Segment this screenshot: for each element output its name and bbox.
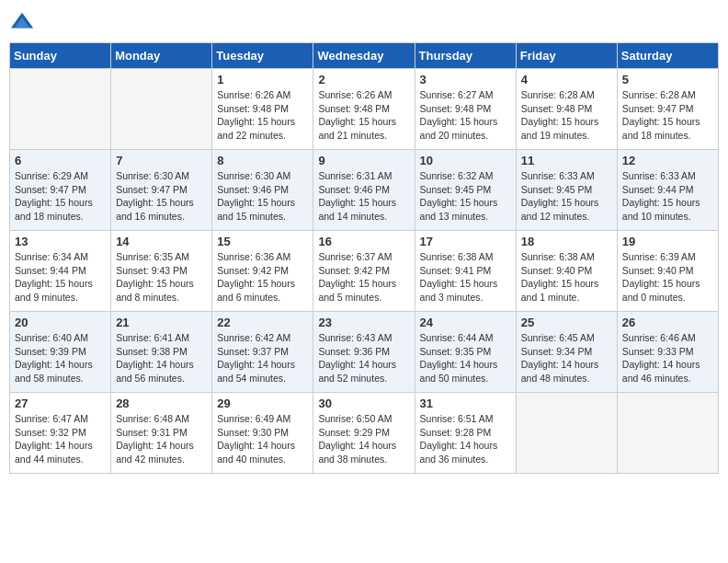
- day-number: 18: [521, 235, 612, 248]
- calendar-day-25: 25Sunrise: 6:45 AM Sunset: 9:34 PM Dayli…: [516, 312, 617, 393]
- day-number: 17: [420, 235, 511, 248]
- day-info: Sunrise: 6:27 AM Sunset: 9:48 PM Dayligh…: [420, 88, 511, 143]
- calendar-day-3: 3Sunrise: 6:27 AM Sunset: 9:48 PM Daylig…: [415, 69, 516, 150]
- day-info: Sunrise: 6:45 AM Sunset: 9:34 PM Dayligh…: [521, 331, 612, 385]
- day-info: Sunrise: 6:31 AM Sunset: 9:46 PM Dayligh…: [318, 169, 409, 224]
- day-number: 21: [116, 316, 207, 329]
- day-info: Sunrise: 6:34 AM Sunset: 9:44 PM Dayligh…: [15, 250, 106, 304]
- calendar-day-20: 20Sunrise: 6:40 AM Sunset: 9:39 PM Dayli…: [10, 312, 111, 393]
- day-info: Sunrise: 6:30 AM Sunset: 9:47 PM Dayligh…: [116, 169, 207, 224]
- calendar-day-19: 19Sunrise: 6:39 AM Sunset: 9:40 PM Dayli…: [617, 231, 718, 312]
- day-number: 9: [318, 154, 409, 167]
- calendar-day-5: 5Sunrise: 6:28 AM Sunset: 9:47 PM Daylig…: [617, 69, 718, 150]
- calendar-day-10: 10Sunrise: 6:32 AM Sunset: 9:45 PM Dayli…: [415, 150, 516, 231]
- day-number: 28: [116, 396, 207, 410]
- day-info: Sunrise: 6:30 AM Sunset: 9:46 PM Dayligh…: [217, 169, 308, 224]
- day-info: Sunrise: 6:48 AM Sunset: 9:31 PM Dayligh…: [116, 412, 207, 466]
- day-info: Sunrise: 6:49 AM Sunset: 9:30 PM Dayligh…: [217, 412, 308, 466]
- calendar-day-2: 2Sunrise: 6:26 AM Sunset: 9:48 PM Daylig…: [313, 69, 415, 150]
- day-info: Sunrise: 6:29 AM Sunset: 9:47 PM Dayligh…: [15, 169, 106, 224]
- calendar-day-9: 9Sunrise: 6:31 AM Sunset: 9:46 PM Daylig…: [313, 150, 415, 231]
- day-info: Sunrise: 6:38 AM Sunset: 9:41 PM Dayligh…: [420, 250, 511, 304]
- day-number: 29: [217, 396, 308, 410]
- day-number: 14: [116, 235, 207, 248]
- day-number: 11: [521, 154, 612, 167]
- day-info: Sunrise: 6:39 AM Sunset: 9:40 PM Dayligh…: [622, 250, 713, 304]
- calendar-day-26: 26Sunrise: 6:46 AM Sunset: 9:33 PM Dayli…: [617, 312, 718, 393]
- day-number: 23: [318, 316, 409, 329]
- day-number: 25: [521, 316, 612, 329]
- day-info: Sunrise: 6:44 AM Sunset: 9:35 PM Dayligh…: [420, 331, 511, 385]
- calendar-day-22: 22Sunrise: 6:42 AM Sunset: 9:37 PM Dayli…: [212, 312, 313, 393]
- day-info: Sunrise: 6:32 AM Sunset: 9:45 PM Dayligh…: [420, 169, 511, 224]
- day-number: 6: [15, 154, 106, 167]
- calendar-day-11: 11Sunrise: 6:33 AM Sunset: 9:45 PM Dayli…: [516, 150, 617, 231]
- logo: [9, 9, 39, 35]
- calendar: SundayMondayTuesdayWednesdayThursdayFrid…: [9, 42, 719, 474]
- day-number: 10: [420, 154, 511, 167]
- calendar-day-6: 6Sunrise: 6:29 AM Sunset: 9:47 PM Daylig…: [10, 150, 111, 231]
- day-number: 12: [622, 154, 713, 167]
- day-header-wednesday: Wednesday: [313, 43, 415, 69]
- calendar-empty-cell: [617, 393, 718, 474]
- calendar-day-21: 21Sunrise: 6:41 AM Sunset: 9:38 PM Dayli…: [111, 312, 212, 393]
- page-header: [9, 9, 719, 35]
- day-number: 20: [15, 316, 106, 329]
- calendar-empty-cell: [516, 393, 617, 474]
- calendar-empty-cell: [10, 69, 111, 150]
- day-number: 27: [15, 396, 106, 410]
- day-info: Sunrise: 6:35 AM Sunset: 9:43 PM Dayligh…: [116, 250, 207, 304]
- day-number: 13: [15, 235, 106, 248]
- day-info: Sunrise: 6:36 AM Sunset: 9:42 PM Dayligh…: [217, 250, 308, 304]
- calendar-week-row: 1Sunrise: 6:26 AM Sunset: 9:48 PM Daylig…: [10, 69, 719, 150]
- day-number: 24: [420, 316, 511, 329]
- day-header-saturday: Saturday: [617, 43, 718, 69]
- day-info: Sunrise: 6:43 AM Sunset: 9:36 PM Dayligh…: [318, 331, 409, 385]
- calendar-week-row: 13Sunrise: 6:34 AM Sunset: 9:44 PM Dayli…: [10, 231, 719, 312]
- day-number: 2: [318, 73, 409, 86]
- day-number: 15: [217, 235, 308, 248]
- day-info: Sunrise: 6:26 AM Sunset: 9:48 PM Dayligh…: [318, 88, 409, 143]
- day-number: 7: [116, 154, 207, 167]
- calendar-day-30: 30Sunrise: 6:50 AM Sunset: 9:29 PM Dayli…: [313, 393, 415, 474]
- day-number: 26: [622, 316, 713, 329]
- day-info: Sunrise: 6:41 AM Sunset: 9:38 PM Dayligh…: [116, 331, 207, 385]
- day-info: Sunrise: 6:26 AM Sunset: 9:48 PM Dayligh…: [217, 88, 308, 143]
- day-info: Sunrise: 6:42 AM Sunset: 9:37 PM Dayligh…: [217, 331, 308, 385]
- day-info: Sunrise: 6:33 AM Sunset: 9:45 PM Dayligh…: [521, 169, 612, 224]
- day-number: 5: [622, 73, 713, 86]
- calendar-week-row: 27Sunrise: 6:47 AM Sunset: 9:32 PM Dayli…: [10, 393, 719, 474]
- day-info: Sunrise: 6:33 AM Sunset: 9:44 PM Dayligh…: [622, 169, 713, 224]
- day-info: Sunrise: 6:37 AM Sunset: 9:42 PM Dayligh…: [318, 250, 409, 304]
- calendar-day-4: 4Sunrise: 6:28 AM Sunset: 9:48 PM Daylig…: [516, 69, 617, 150]
- calendar-day-12: 12Sunrise: 6:33 AM Sunset: 9:44 PM Dayli…: [617, 150, 718, 231]
- day-info: Sunrise: 6:51 AM Sunset: 9:28 PM Dayligh…: [420, 412, 511, 466]
- calendar-day-1: 1Sunrise: 6:26 AM Sunset: 9:48 PM Daylig…: [212, 69, 313, 150]
- day-info: Sunrise: 6:28 AM Sunset: 9:48 PM Dayligh…: [521, 88, 612, 143]
- day-info: Sunrise: 6:40 AM Sunset: 9:39 PM Dayligh…: [15, 331, 106, 385]
- calendar-day-24: 24Sunrise: 6:44 AM Sunset: 9:35 PM Dayli…: [415, 312, 516, 393]
- calendar-day-31: 31Sunrise: 6:51 AM Sunset: 9:28 PM Dayli…: [415, 393, 516, 474]
- day-number: 19: [622, 235, 713, 248]
- day-info: Sunrise: 6:46 AM Sunset: 9:33 PM Dayligh…: [622, 331, 713, 385]
- day-info: Sunrise: 6:47 AM Sunset: 9:32 PM Dayligh…: [15, 412, 106, 466]
- day-number: 22: [217, 316, 308, 329]
- day-header-tuesday: Tuesday: [212, 43, 313, 69]
- calendar-day-15: 15Sunrise: 6:36 AM Sunset: 9:42 PM Dayli…: [212, 231, 313, 312]
- calendar-week-row: 20Sunrise: 6:40 AM Sunset: 9:39 PM Dayli…: [10, 312, 719, 393]
- calendar-day-27: 27Sunrise: 6:47 AM Sunset: 9:32 PM Dayli…: [10, 393, 111, 474]
- logo-icon: [9, 9, 35, 35]
- calendar-day-28: 28Sunrise: 6:48 AM Sunset: 9:31 PM Dayli…: [111, 393, 212, 474]
- calendar-day-18: 18Sunrise: 6:38 AM Sunset: 9:40 PM Dayli…: [516, 231, 617, 312]
- calendar-empty-cell: [111, 69, 212, 150]
- day-header-thursday: Thursday: [415, 43, 516, 69]
- calendar-day-23: 23Sunrise: 6:43 AM Sunset: 9:36 PM Dayli…: [313, 312, 415, 393]
- day-number: 16: [318, 235, 409, 248]
- day-number: 8: [217, 154, 308, 167]
- day-info: Sunrise: 6:50 AM Sunset: 9:29 PM Dayligh…: [318, 412, 409, 466]
- day-number: 4: [521, 73, 612, 86]
- calendar-day-17: 17Sunrise: 6:38 AM Sunset: 9:41 PM Dayli…: [415, 231, 516, 312]
- day-header-monday: Monday: [111, 43, 212, 69]
- calendar-header-row: SundayMondayTuesdayWednesdayThursdayFrid…: [10, 43, 719, 69]
- calendar-week-row: 6Sunrise: 6:29 AM Sunset: 9:47 PM Daylig…: [10, 150, 719, 231]
